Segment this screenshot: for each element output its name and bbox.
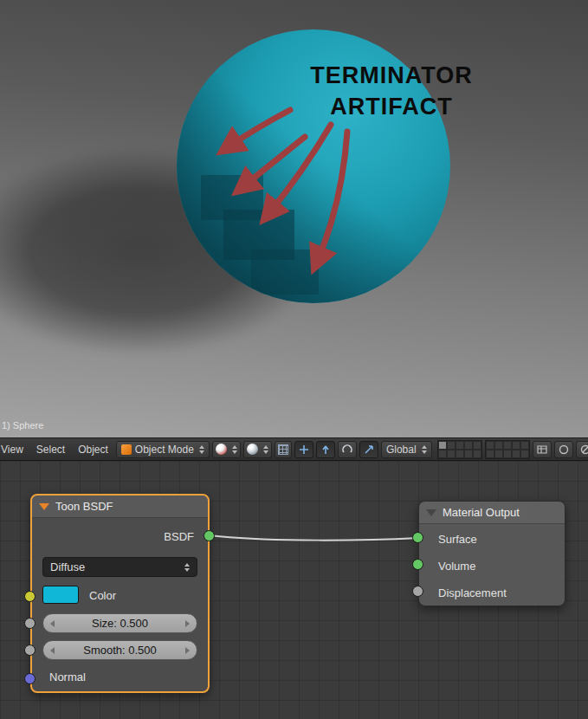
layer-toggle[interactable] [503,450,512,458]
chevron-updown-icon [232,445,237,454]
circle-icon [558,444,570,456]
transform-orientation-dropdown[interactable]: Global [381,441,432,458]
layer-toggle[interactable] [520,441,529,450]
annotation-line-2: ARTIFACT [262,92,521,123]
layer-toggle[interactable] [447,441,456,450]
socket-surface-input[interactable] [412,532,423,543]
slider-left-arrow-icon[interactable] [50,647,55,654]
3d-viewport[interactable]: TERMINATOR ARTIFACT 1) Sphere [0,0,588,437]
pivot-point-dropdown[interactable] [243,441,272,458]
slider-right-arrow-icon[interactable] [185,620,190,627]
layer-toggle[interactable] [438,441,447,450]
color-swatch[interactable] [42,586,79,604]
layer-group-2 [485,440,530,459]
socket-bsdf-output[interactable] [204,530,215,541]
layer-toggle[interactable] [494,441,503,450]
object-mode-dropdown[interactable]: Object Mode [116,441,210,458]
socket-normal-input[interactable] [24,673,36,684]
manipulator-scale-toggle[interactable] [359,441,378,458]
viewport-header: View Select Object Object Mode [0,437,588,461]
normal-label: Normal [49,670,86,683]
menu-select[interactable]: Select [31,444,70,456]
cube-icon [121,444,132,455]
manipulator-translate-toggle[interactable] [316,441,335,458]
layer-toggle[interactable] [494,450,503,458]
chevron-updown-icon [422,445,427,454]
smooth-slider[interactable]: Smooth: 0.500 [42,640,197,660]
terminator-band [201,175,263,220]
node-toon-bsdf[interactable]: Toon BSDF BSDF Diffuse Color Size: 0.500… [30,494,210,693]
render-slashed-button[interactable] [576,441,588,458]
annotation-line-1: TERMINATOR [262,61,521,92]
grid-icon [278,444,288,455]
chevron-updown-icon [199,445,204,454]
render-circle-button[interactable] [554,441,573,458]
displacement-input-label: Displacement [438,586,507,599]
collapse-triangle-icon[interactable] [426,509,436,516]
volume-input-label: Volume [438,560,475,573]
chevron-updown-icon [263,445,268,454]
node-editor[interactable]: Toon BSDF BSDF Diffuse Color Size: 0.500… [0,461,588,719]
scene-lock-button[interactable] [533,441,552,458]
layer-toggle[interactable] [447,450,456,458]
socket-smooth-input[interactable] [24,645,36,656]
layer-toggle[interactable] [512,441,520,450]
socket-displacement-input[interactable] [412,586,423,597]
component-dropdown[interactable]: Diffuse [42,557,197,577]
slashed-circle-icon [579,444,588,456]
material-sphere-icon [216,444,227,455]
collapse-triangle-icon[interactable] [39,503,49,510]
layer-group-1 [437,440,482,459]
layer-toggle[interactable] [456,441,464,450]
size-slider-value: Size: 0.500 [92,617,148,630]
layer-toggle[interactable] [512,450,520,458]
viewport-shading-dropdown[interactable] [212,441,241,458]
wire-bsdf-to-surface[interactable] [210,535,418,541]
blender-window: TERMINATOR ARTIFACT 1) Sphere View Selec… [0,0,588,719]
socket-size-input[interactable] [24,618,36,629]
layer-toggle[interactable] [520,450,529,458]
socket-color-input[interactable] [24,591,36,602]
component-dropdown-value: Diffuse [50,560,85,573]
layer-toggle[interactable] [486,441,494,450]
terminator-band [223,210,294,260]
layer-toggle[interactable] [464,441,473,450]
manipulator-rotate-toggle[interactable] [338,441,357,458]
chevron-updown-icon [184,563,190,572]
bsdf-output-label: BSDF [164,530,194,543]
orientation-label: Global [386,444,417,456]
layer-toggle[interactable] [464,450,473,458]
layer-toggle[interactable] [473,441,481,450]
output-node-title: Material Output [443,506,520,519]
menu-view[interactable]: View [0,444,29,456]
surface-input-label: Surface [438,533,477,546]
layer-toggle[interactable] [486,450,494,458]
axis-cross-icon [298,444,310,456]
pivot-align-toggle[interactable] [275,441,292,458]
translate-arrow-icon [320,444,332,456]
layer-toggle[interactable] [503,441,512,450]
toon-node-header[interactable]: Toon BSDF [32,496,208,518]
node-material-output[interactable]: Material Output Surface Volume Displacem… [418,501,565,606]
output-node-header[interactable]: Material Output [419,502,565,524]
rotate-arc-icon [341,444,353,456]
size-slider[interactable]: Size: 0.500 [42,613,197,633]
layer-toggle[interactable] [456,450,464,458]
object-mode-label: Object Mode [135,444,194,456]
table-grid-icon [536,444,548,456]
slider-right-arrow-icon[interactable] [185,647,190,654]
menu-object[interactable]: Object [73,444,113,456]
color-label: Color [89,589,116,602]
layer-toggle[interactable] [438,450,447,458]
viewport-object-info: 1) Sphere [2,420,43,431]
pivot-sphere-icon [247,444,258,455]
slider-left-arrow-icon[interactable] [50,620,55,627]
annotation-text: TERMINATOR ARTIFACT [262,61,521,123]
terminator-band [251,249,319,295]
layer-toggle[interactable] [473,450,481,458]
manipulator-toggle[interactable] [294,441,313,458]
toon-node-title: Toon BSDF [55,500,113,513]
scale-diagonal-icon [363,444,375,456]
smooth-slider-value: Smooth: 0.500 [83,644,157,657]
socket-volume-input[interactable] [412,559,423,570]
